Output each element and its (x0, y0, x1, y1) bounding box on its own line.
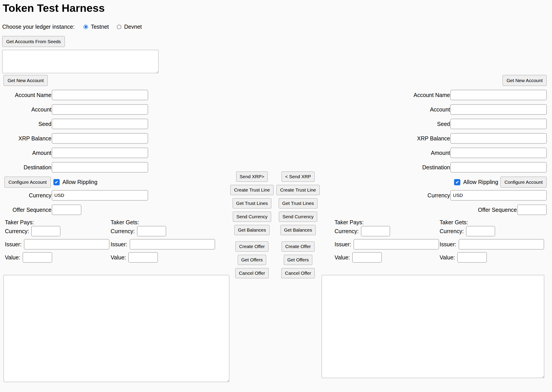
get-balances-1-button[interactable]: Get Balances (234, 225, 269, 235)
account2-destination-label: Destination (422, 164, 450, 171)
ledger-instance-label: Choose your ledger instance: (2, 24, 75, 30)
account1-currency-row: Currency (2, 190, 229, 200)
account1-name-row: Account Name (2, 90, 229, 100)
account2-destination-input[interactable] (451, 162, 547, 172)
account2-taker-pays: Taker Pays: Currency: Issuer: Value: (334, 219, 440, 266)
account2-account-row: Account (322, 104, 547, 115)
account2-currency-row: Currency (322, 190, 547, 200)
send-xrp-2-button[interactable]: < Send XRP (282, 172, 314, 182)
account1-taker-gets-issuer-input[interactable] (130, 239, 215, 249)
get-offers-2-button[interactable]: Get Offers (284, 255, 312, 265)
account1-allow-rippling-option[interactable]: Allow Rippling (53, 179, 98, 185)
account2-offer-sequence-input[interactable] (517, 205, 547, 215)
account1-configure-account-button[interactable]: Configure Account (4, 177, 51, 188)
account2-taker-pays-heading: Taker Pays: (334, 219, 440, 226)
account2-configure-account-button[interactable]: Configure Account (500, 177, 547, 188)
account1-name-input[interactable] (52, 90, 148, 100)
account2-taker-gets-currency-input[interactable] (466, 226, 495, 236)
account2-xrp-balance-row: XRP Balance (322, 133, 547, 143)
account1-taker-gets-issuer-label: Issuer: (111, 241, 127, 248)
ledger-instance-row: Choose your ledger instance: Testnet Dev… (2, 24, 552, 30)
account1-account-input[interactable] (52, 104, 148, 115)
testnet-radio-option[interactable]: Testnet (84, 24, 109, 30)
account1-taker-pays-issuer-input[interactable] (24, 239, 109, 249)
account2-taker-pays-issuer-label: Issuer: (334, 241, 351, 248)
account2-xrp-balance-input[interactable] (451, 133, 547, 143)
account1-taker-gets-value-input[interactable] (128, 252, 158, 263)
account2-taker-pays-value-input[interactable] (352, 252, 382, 263)
account1-account-row: Account (2, 104, 229, 115)
account2-destination-row: Destination (322, 162, 547, 172)
account2-get-new-account-button[interactable]: Get New Account (502, 75, 547, 86)
account1-taker-pays-value-input[interactable] (23, 252, 52, 263)
account1-offer-sequence-row: Offer Sequence (2, 205, 229, 215)
account1-amount-input[interactable] (52, 148, 148, 158)
create-trust-line-2-button[interactable]: Create Trust Line (276, 185, 319, 195)
send-currency-2-button[interactable]: Send Currency (279, 212, 317, 222)
get-balances-2-button[interactable]: Get Balances (280, 225, 316, 235)
account1-seed-input[interactable] (52, 119, 148, 129)
account1-seed-label: Seed (2, 121, 51, 127)
account1-taker-pays-currency-input[interactable] (31, 226, 60, 236)
account1-taker-gets-currency-label: Currency: (111, 228, 135, 234)
account1-destination-input[interactable] (52, 162, 148, 172)
account2-amount-label: Amount (431, 150, 450, 156)
send-xrp-1-button[interactable]: Send XRP> (236, 172, 268, 182)
account2-amount-input[interactable] (451, 148, 547, 158)
testnet-radio[interactable] (84, 25, 88, 29)
cancel-offer-2-button[interactable]: Cancel Offer (281, 268, 315, 278)
account1-offer-sequence-input[interactable] (52, 205, 81, 215)
devnet-radio[interactable] (117, 25, 121, 29)
get-trust-lines-2-button[interactable]: Get Trust Lines (279, 198, 317, 209)
account1-xrp-balance-input[interactable] (52, 133, 148, 143)
account2-name-row: Account Name (322, 90, 547, 100)
account1-name-label: Account Name (2, 92, 51, 98)
account1-taker-pays-value-label: Value: (5, 254, 20, 261)
account2-taker-pays-currency-input[interactable] (361, 226, 390, 236)
account2-taker-gets-issuer-input[interactable] (459, 239, 544, 249)
account2-allow-rippling-checkbox[interactable] (454, 179, 460, 185)
page-title: Token Test Harness (3, 2, 552, 14)
account1-get-new-account-button[interactable]: Get New Account (4, 75, 48, 86)
account1-results-textarea[interactable] (4, 275, 229, 382)
account2-seed-row: Seed (322, 119, 547, 129)
account1-account-label: Account (2, 106, 51, 113)
send-currency-1-button[interactable]: Send Currency (233, 212, 271, 222)
create-offer-1-button[interactable]: Create Offer (235, 241, 268, 252)
account1-taker-gets-heading: Taker Gets: (111, 219, 216, 226)
get-offers-1-button[interactable]: Get Offers (238, 255, 266, 265)
account2-taker-block: Taker Pays: Currency: Issuer: Value: Tak… (334, 219, 547, 266)
account2-taker-gets-value-input[interactable] (457, 252, 487, 263)
account2-taker-gets: Taker Gets: Currency: Issuer: Value: (440, 219, 545, 266)
account2-taker-pays-issuer-input[interactable] (354, 239, 439, 249)
account2-allow-rippling-option[interactable]: Allow Rippling (454, 179, 498, 185)
create-offer-2-button[interactable]: Create Offer (282, 241, 314, 252)
seeds-textarea[interactable] (2, 50, 158, 73)
account1-configure-row: Configure Account Allow Rippling (4, 177, 229, 188)
account2-account-input[interactable] (451, 104, 547, 115)
account2-results-textarea[interactable] (322, 275, 544, 378)
account1-amount-row: Amount (2, 148, 229, 158)
devnet-radio-option[interactable]: Devnet (117, 24, 142, 30)
account2-currency-input[interactable] (451, 190, 547, 200)
account2-name-input[interactable] (451, 90, 547, 100)
account2-currency-label: Currency (428, 192, 450, 199)
account1-xrp-balance-label: XRP Balance (2, 135, 51, 142)
account2-section: Get New Account Account Name Account See… (322, 75, 550, 382)
account2-taker-gets-heading: Taker Gets: (440, 219, 545, 226)
get-trust-lines-1-button[interactable]: Get Trust Lines (233, 198, 271, 209)
account1-taker-gets-value-label: Value: (111, 254, 126, 261)
account1-currency-input[interactable] (52, 190, 148, 200)
get-accounts-from-seeds-button[interactable]: Get Accounts From Seeds (2, 36, 65, 47)
create-trust-line-1-button[interactable]: Create Trust Line (230, 185, 273, 195)
account2-taker-pays-currency-label: Currency: (334, 228, 359, 234)
account1-taker-gets: Taker Gets: Currency: Issuer: Value: (111, 219, 216, 266)
account2-seed-label: Seed (437, 121, 450, 127)
account2-offer-sequence-row: Offer Sequence (322, 205, 547, 215)
account1-taker-gets-currency-input[interactable] (137, 226, 166, 236)
account2-seed-input[interactable] (451, 119, 547, 129)
account1-allow-rippling-checkbox[interactable] (53, 179, 60, 185)
account1-taker-block: Taker Pays: Currency: Issuer: Value: Tak… (5, 219, 229, 266)
cancel-offer-1-button[interactable]: Cancel Offer (235, 268, 269, 278)
account2-taker-gets-currency-label: Currency: (440, 228, 464, 234)
